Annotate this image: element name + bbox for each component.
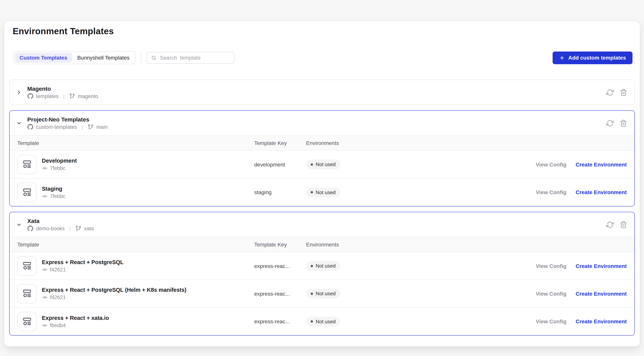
trash-icon <box>620 221 627 228</box>
view-config-button[interactable]: View Config <box>536 189 566 195</box>
table-header: Template Template Key Environments <box>10 135 634 151</box>
table-row: Express + React + xata.io fbedb4 express… <box>10 308 634 335</box>
group-titles: Project-Neo Templates custom-templates |… <box>27 116 108 130</box>
chevron-right-icon <box>16 89 22 95</box>
table-header: Template Template Key Environments <box>10 237 634 252</box>
template-commit: 7febbc <box>42 165 77 171</box>
plus-icon <box>559 55 565 61</box>
template-group-card-1: Project-Neo Templates custom-templates |… <box>9 110 635 207</box>
git-commit-icon <box>42 294 48 300</box>
search-input[interactable] <box>160 55 230 61</box>
group-header[interactable]: Project-Neo Templates custom-templates |… <box>10 111 634 135</box>
delete-group-button[interactable] <box>620 221 627 228</box>
template-cell: Staging 7febbc <box>17 183 254 202</box>
sync-group-button[interactable] <box>606 89 614 96</box>
column-template-key: Template Key <box>254 140 306 146</box>
template-texts: Development 7febbc <box>42 158 77 171</box>
trash-icon <box>620 89 627 96</box>
search-box[interactable] <box>147 52 234 64</box>
view-config-button[interactable]: View Config <box>536 161 566 167</box>
group-expand-toggle[interactable] <box>16 222 22 227</box>
template-rows: Express + React + PostgreSQL f42621 expr… <box>10 252 634 335</box>
meta-separator: | <box>82 124 83 130</box>
create-environment-button[interactable]: Create Environment <box>576 318 627 324</box>
table-row: Development 7febbc development Not used … <box>10 151 634 179</box>
chevron-down-icon <box>16 120 22 126</box>
branch-name: main <box>96 124 108 130</box>
env-status-badge: Not used <box>306 317 340 326</box>
github-icon <box>27 124 34 130</box>
template-hash: f42621 <box>50 267 66 273</box>
group-actions <box>606 89 627 96</box>
repo-name: demo-books <box>36 226 65 231</box>
group-header[interactable]: Magento templates | magento <box>10 80 634 105</box>
table-row: Express + React + PostgreSQL f42621 expr… <box>10 252 634 280</box>
template-tabs: Custom Templates Bunnyshell Templates <box>14 51 136 64</box>
tab-custom-templates[interactable]: Custom Templates <box>15 53 72 63</box>
group-actions <box>606 119 627 127</box>
status-dot-icon <box>311 292 313 295</box>
page-title: Environment Templates <box>13 26 635 37</box>
view-config-button[interactable]: View Config <box>536 318 566 324</box>
github-icon <box>27 225 34 231</box>
template-icon <box>22 187 32 198</box>
sync-group-button[interactable] <box>606 221 614 228</box>
chevron-down-icon <box>16 222 22 227</box>
create-environment-button[interactable]: Create Environment <box>576 189 627 195</box>
create-environment-button[interactable]: Create Environment <box>576 263 627 269</box>
group-titles: Magento templates | magento <box>27 85 98 99</box>
create-environment-button[interactable]: Create Environment <box>576 161 627 167</box>
group-expand-toggle[interactable] <box>16 120 22 126</box>
create-environment-button[interactable]: Create Environment <box>576 290 627 297</box>
template-name: Express + React + PostgreSQL (Helm + K8s… <box>42 287 186 293</box>
template-key: express-reac... <box>254 318 306 324</box>
env-status-label: Not used <box>316 318 336 324</box>
row-actions: View Config Create Environment <box>536 263 627 269</box>
template-commit: f42621 <box>42 267 124 273</box>
repo-name: templates <box>36 93 58 99</box>
template-commit: f42621 <box>42 294 186 300</box>
template-texts: Express + React + PostgreSQL (Helm + K8s… <box>42 287 186 300</box>
add-custom-templates-button[interactable]: Add custom templates <box>552 51 632 64</box>
group-name: Xata <box>27 218 94 224</box>
view-config-button[interactable]: View Config <box>536 263 566 269</box>
template-icon <box>22 261 32 271</box>
env-status-badge: Not used <box>306 159 340 169</box>
delete-group-button[interactable] <box>620 89 627 96</box>
template-name: Express + React + PostgreSQL <box>42 259 124 265</box>
toolbar-divider <box>141 52 141 64</box>
template-group-card-2: Xata demo-books | xata Te <box>9 212 635 336</box>
template-texts: Express + React + PostgreSQL f42621 <box>42 259 124 273</box>
git-branch-icon <box>88 124 94 130</box>
template-icon-box <box>17 312 36 331</box>
group-meta: templates | magento <box>27 93 98 99</box>
column-template: Template <box>17 241 254 248</box>
tab-bunnyshell-templates[interactable]: Bunnyshell Templates <box>72 53 134 63</box>
status-dot-icon <box>311 191 313 193</box>
column-environments: Environments <box>306 241 627 248</box>
column-template-key: Template Key <box>254 241 306 248</box>
row-actions: View Config Create Environment <box>536 290 627 297</box>
template-icon <box>22 316 32 327</box>
environment-templates-panel: Environment Templates Custom Templates B… <box>4 21 640 346</box>
branch-name: magento <box>78 93 98 99</box>
delete-group-button[interactable] <box>620 119 627 127</box>
table-row: Express + React + PostgreSQL (Helm + K8s… <box>10 280 634 308</box>
view-config-button[interactable]: View Config <box>536 290 566 297</box>
env-status-label: Not used <box>316 291 336 296</box>
sync-group-button[interactable] <box>606 119 614 127</box>
group-header[interactable]: Xata demo-books | xata <box>10 212 634 237</box>
search-icon <box>151 55 156 61</box>
meta-separator: | <box>63 93 64 99</box>
template-commit: fbedb4 <box>42 322 109 328</box>
env-status-badge: Not used <box>306 261 340 271</box>
group-expand-toggle[interactable] <box>16 89 22 95</box>
template-icon <box>22 159 32 169</box>
template-cell: Development 7febbc <box>17 155 254 174</box>
branch-name: xata <box>84 226 94 231</box>
column-template: Template <box>17 140 254 146</box>
repo-name: custom-templates <box>36 124 77 130</box>
template-cell: Express + React + PostgreSQL f42621 <box>17 256 254 275</box>
row-actions: View Config Create Environment <box>536 161 627 167</box>
group-name: Project-Neo Templates <box>27 116 108 123</box>
